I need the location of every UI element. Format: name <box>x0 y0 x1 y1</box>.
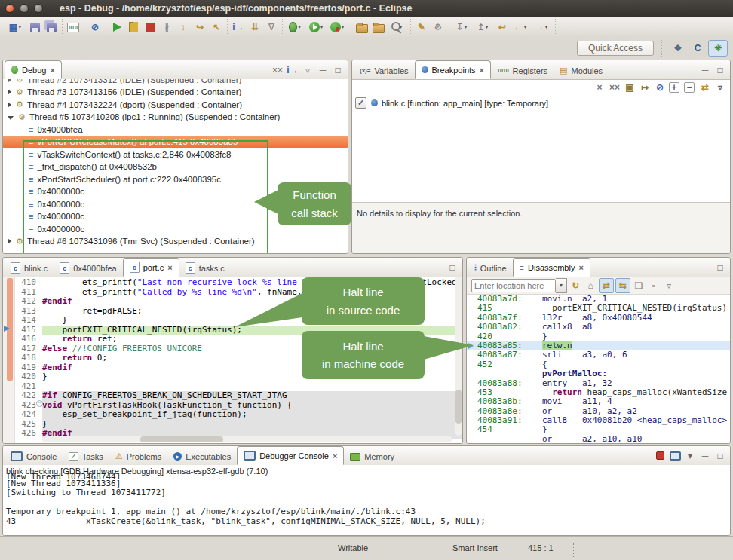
console-dropdown-icon[interactable]: ▾ <box>683 449 697 463</box>
console-tab-tasks[interactable]: ✓Tasks <box>63 448 109 465</box>
stack-frame-row[interactable]: ≡vTaskSwitchContext() at tasks.c:2,846 0… <box>3 148 348 161</box>
remove-breakpoint-icon[interactable]: × <box>593 81 606 94</box>
show-breakpoints-for-selection-icon[interactable]: ▣ <box>623 81 636 94</box>
sync-selection-icon[interactable]: ⇆ <box>615 278 630 293</box>
maximize-icon[interactable]: □ <box>446 261 459 274</box>
stack-frame-row[interactable]: ≡vPortCPUReleaseMutex() at port.c:415 0x… <box>3 136 348 148</box>
close-icon[interactable]: × <box>167 263 172 272</box>
maximize-icon[interactable]: □ <box>713 449 727 463</box>
binary-icon[interactable]: 010 <box>66 20 81 35</box>
code-line-424[interactable]: 424 esp_set_breakpoint_if_jtag(function)… <box>3 410 462 420</box>
cpp-perspective-button[interactable]: C <box>689 41 707 56</box>
view-tab-registers[interactable]: 1010Registers <box>491 62 554 79</box>
disassembly-line[interactable]: 40083a87:srli a3, a0, 6 <box>467 350 730 360</box>
terminate-console-icon[interactable] <box>653 449 667 463</box>
close-icon[interactable]: × <box>578 263 583 272</box>
editor-tab-port-c[interactable]: cport.c× <box>123 258 179 277</box>
step-filters-icon[interactable]: ∇ <box>264 20 279 35</box>
console-tab-executables[interactable]: ▶Executables <box>167 448 237 465</box>
pin-icon[interactable]: ▫ <box>647 279 661 292</box>
console-tab-debugger-console[interactable]: Debugger Console× <box>237 446 344 465</box>
editor-tab-blink-c[interactable]: cblink.c <box>5 259 54 277</box>
editor-vscrollbar[interactable] <box>455 277 462 436</box>
thread-row[interactable]: ⚙Thread #2 1073413312 (IDLE) (Suspended … <box>3 79 348 86</box>
link-with-debug-view-icon[interactable]: ⇄ <box>698 81 712 94</box>
disconnect-icon[interactable]: ∦ <box>159 20 174 35</box>
step-over-icon[interactable]: ↪ <box>192 20 207 35</box>
debug-icon[interactable]: ▾ <box>286 20 305 35</box>
close-icon[interactable]: × <box>333 451 337 461</box>
breakpoint-item[interactable]: ✓ blink.c [function: app_main] [type: Te… <box>355 96 548 109</box>
edit-marker-icon[interactable]: ✎ <box>414 20 429 35</box>
sync-pc-icon[interactable]: ⇄ <box>599 278 614 293</box>
maximize-icon[interactable]: □ <box>713 261 727 274</box>
suspend-icon[interactable] <box>126 20 141 35</box>
next-annotation-icon[interactable]: ↧▾ <box>452 20 472 35</box>
view-tab-outline[interactable]: ⫶Outline <box>468 259 513 277</box>
minimize-icon[interactable]: ─ <box>431 261 444 274</box>
view-menu-icon[interactable]: ▿ <box>301 63 314 77</box>
thread-row[interactable]: ⚙Thread #6 1073431096 (Tmr Svc) (Suspend… <box>3 235 348 248</box>
disassembly-listing[interactable]: 40083a7d:movi.n a2, 1415 portEXIT_CRITIC… <box>467 295 730 443</box>
goto-file-for-breakpoint-icon[interactable]: ↦ <box>638 81 652 94</box>
breakpoint-checkbox[interactable]: ✓ <box>355 97 366 109</box>
view-tab-disassembly[interactable]: ≡Disassembly× <box>513 258 590 277</box>
minimize-icon[interactable]: ─ <box>698 261 712 274</box>
close-icon[interactable]: × <box>480 66 484 75</box>
maximize-icon[interactable]: □ <box>713 63 727 77</box>
search-icon[interactable]: ▾ <box>388 20 407 35</box>
annotations-icon[interactable]: ⚙ <box>431 20 446 35</box>
resume-icon[interactable] <box>109 20 124 35</box>
window-minimize-button[interactable] <box>20 4 29 13</box>
remove-terminated-icon[interactable]: ×× <box>271 63 284 77</box>
fold-marker-icon[interactable]: − <box>36 400 43 407</box>
minimize-icon[interactable]: ─ <box>698 63 712 77</box>
open-perspective-button[interactable]: ❖ <box>669 41 687 56</box>
profile-icon[interactable]: ▾ <box>328 20 348 35</box>
view-tab-breakpoints[interactable]: Breakpoints× <box>415 60 492 79</box>
view-menu-icon[interactable]: ▿ <box>713 81 727 94</box>
terminate-icon[interactable] <box>143 20 158 35</box>
drop-to-frame-icon[interactable]: ⇊ <box>247 20 262 35</box>
display-selected-console-icon[interactable] <box>668 449 682 463</box>
expand-all-icon[interactable]: + <box>669 82 679 93</box>
thread-row[interactable]: ⚙Thread #4 1073432224 (dport) (Suspended… <box>3 99 348 112</box>
remove-all-breakpoints-icon[interactable]: ×× <box>608 81 621 94</box>
debug-perspective-button[interactable]: ✳ <box>708 40 728 57</box>
save-icon[interactable] <box>27 20 42 35</box>
stack-frame-row[interactable]: ≡0x4000bfea <box>3 124 348 136</box>
forward-icon[interactable]: →▾ <box>532 20 552 35</box>
stack-frame-row[interactable]: ≡_frxt_dispatch() at 0x4008532b <box>3 161 348 173</box>
close-icon[interactable]: × <box>50 66 54 75</box>
maximize-icon[interactable]: □ <box>331 63 345 77</box>
debugger-console-output[interactable]: blink checking [GDB Hardware Debugging] … <box>3 465 730 535</box>
last-edit-location-icon[interactable]: ↩ <box>495 20 510 35</box>
disassembly-line[interactable]: or a2, a10, a10 <box>467 435 730 443</box>
skip-all-breakpoints-icon[interactable]: ⊘ <box>653 81 667 94</box>
minimize-icon[interactable]: ─ <box>316 63 330 77</box>
disassembly-line[interactable]: 40083a82:callx8 a8 <box>467 323 730 332</box>
editor-tab-tasks-c[interactable]: ctasks.c <box>179 259 231 277</box>
location-dropdown-icon[interactable]: ▾ <box>556 278 567 293</box>
console-tab-problems[interactable]: ⚠Problems <box>109 448 167 465</box>
step-into-icon[interactable]: ↓ <box>176 20 191 35</box>
save-all-icon[interactable] <box>44 20 59 35</box>
console-tab-console[interactable]: Console <box>5 448 63 465</box>
editor-tab-0x4000bfea[interactable]: c0x4000bfea <box>54 259 123 277</box>
previous-annotation-icon[interactable]: ↥▾ <box>474 20 493 35</box>
open-resource-icon[interactable] <box>371 20 386 35</box>
new-wizard-icon[interactable]: ▦▾ <box>6 20 26 35</box>
open-element-icon[interactable] <box>354 20 370 35</box>
window-maximize-button[interactable] <box>34 4 43 13</box>
thread-row[interactable]: ⚙Thread #5 1073410208 (ipc1 : Running) (… <box>3 111 348 124</box>
window-close-button[interactable] <box>5 4 14 13</box>
tab-debug[interactable]: Debug × <box>5 60 62 79</box>
disassembly-line[interactable]: 40083a91:call8 0x40081b20 <heap_caps_mal… <box>467 416 730 425</box>
quick-access-button[interactable]: Quick Access <box>577 41 654 56</box>
thread-row[interactable]: ⚙Thread #3 1073413156 (IDLE) (Suspended … <box>3 86 348 99</box>
skip-all-breakpoints-icon[interactable]: ⊘ <box>87 20 103 35</box>
run-icon[interactable]: ▾ <box>307 20 327 35</box>
new-disassembly-view-icon[interactable]: ❏ <box>632 279 646 292</box>
back-icon[interactable]: ←▾ <box>511 20 531 35</box>
editor-hscrollbar[interactable] <box>42 436 452 442</box>
